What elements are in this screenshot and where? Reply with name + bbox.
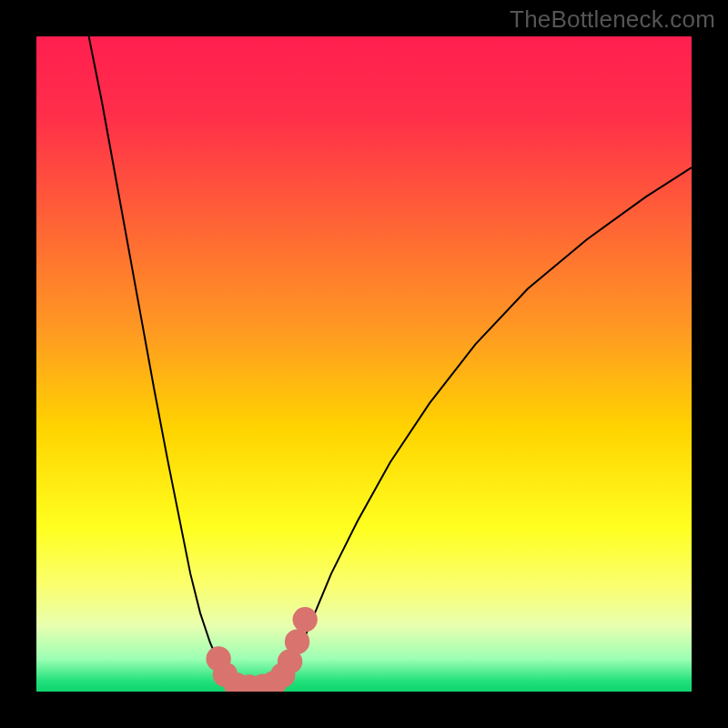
curve-path	[89, 36, 692, 688]
watermark-text: TheBottleneck.com	[510, 5, 715, 34]
valley-marker	[285, 630, 309, 654]
chart-frame: TheBottleneck.com	[0, 0, 728, 728]
bottleneck-curve	[36, 36, 692, 692]
valley-marker	[293, 607, 318, 632]
plot-area	[36, 36, 692, 692]
